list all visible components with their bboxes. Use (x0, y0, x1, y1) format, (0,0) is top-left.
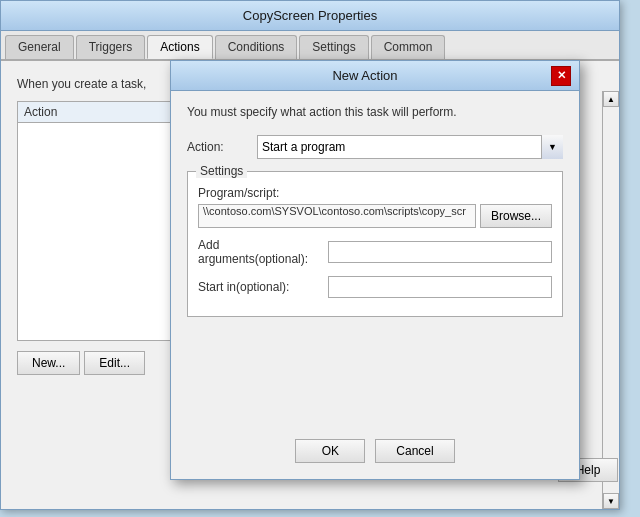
browse-button[interactable]: Browse... (480, 204, 552, 228)
edit-button[interactable]: Edit... (84, 351, 145, 375)
dialog-content: You must specify what action this task w… (171, 91, 579, 345)
dialog-title-bar: New Action ✕ (171, 61, 579, 91)
main-title: CopyScreen Properties (243, 8, 377, 23)
add-arguments-input[interactable] (328, 241, 552, 263)
action-table-header: Action (18, 102, 176, 123)
dialog-title: New Action (199, 68, 551, 83)
side-scrollbar: ▲ ▼ (602, 91, 619, 509)
program-input-row: \\contoso.com\SYSVOL\contoso.com\scripts… (198, 204, 552, 228)
new-button[interactable]: New... (17, 351, 80, 375)
program-label: Program/script: (198, 186, 552, 200)
action-select[interactable]: Start a program (257, 135, 563, 159)
scroll-up-arrow[interactable]: ▲ (603, 91, 619, 107)
action-select-wrapper: Start a program ▼ (257, 135, 563, 159)
start-in-input[interactable] (328, 276, 552, 298)
action-form-row: Action: Start a program ▼ (187, 135, 563, 159)
new-action-dialog: New Action ✕ You must specify what actio… (170, 60, 580, 480)
tab-triggers[interactable]: Triggers (76, 35, 146, 59)
scroll-down-arrow[interactable]: ▼ (603, 493, 619, 509)
settings-legend: Settings (196, 164, 247, 178)
start-in-label: Start in(optional): (198, 280, 328, 294)
close-button[interactable]: ✕ (551, 66, 571, 86)
program-input[interactable]: \\contoso.com\SYSVOL\contoso.com\scripts… (198, 204, 476, 228)
action-table: Action (17, 101, 177, 341)
tab-bar: General Triggers Actions Conditions Sett… (1, 31, 619, 61)
tab-common[interactable]: Common (371, 35, 446, 59)
action-label: Action: (187, 140, 257, 154)
dialog-instruction: You must specify what action this task w… (187, 105, 563, 119)
main-title-bar: CopyScreen Properties (1, 1, 619, 31)
tab-actions[interactable]: Actions (147, 35, 212, 59)
dialog-bottom-buttons: OK Cancel (171, 439, 579, 463)
add-arguments-label: Add arguments(optional): (198, 238, 328, 266)
settings-group: Settings Program/script: \\contoso.com\S… (187, 171, 563, 317)
settings-inner: Program/script: \\contoso.com\SYSVOL\con… (198, 186, 552, 298)
tab-general[interactable]: General (5, 35, 74, 59)
add-arguments-row: Add arguments(optional): (198, 238, 552, 266)
start-in-row: Start in(optional): (198, 276, 552, 298)
cancel-button[interactable]: Cancel (375, 439, 454, 463)
tab-settings[interactable]: Settings (299, 35, 368, 59)
ok-button[interactable]: OK (295, 439, 365, 463)
tab-conditions[interactable]: Conditions (215, 35, 298, 59)
